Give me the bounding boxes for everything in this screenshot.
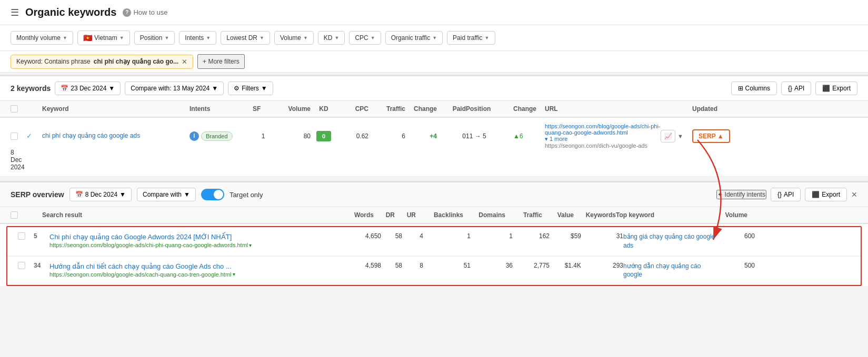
caret-icon: ▼: [164, 35, 169, 40]
url-more-link[interactable]: ▾ 1 more: [545, 136, 567, 142]
caret-icon: ▼: [261, 85, 267, 92]
serp-overview-title: SERP overview: [11, 190, 64, 199]
organic-traffic-filter[interactable]: Organic traffic ▼: [385, 31, 443, 45]
caret-icon: ▼: [119, 35, 124, 40]
kd-badge: 0: [316, 131, 331, 141]
traffic-col-header: Traffic: [368, 105, 405, 113]
serp-result-url[interactable]: https://seongon.com/blog/google-ads/cach…: [49, 271, 344, 278]
position-to: 5: [483, 132, 486, 140]
serp-export-button[interactable]: ⬛ Export: [805, 188, 847, 201]
serp-toolbar-right: ✦ Identify intents {} API ⬛ Export ✕: [716, 188, 857, 201]
serp-cell: SERP ▲: [692, 129, 755, 143]
serp-button[interactable]: SERP ▲: [692, 129, 730, 143]
main-toolbar: 2 keywords 📅 23 Dec 2024 ▼ Compare with:…: [0, 75, 868, 101]
how-to-use-link[interactable]: ? How to use: [123, 8, 167, 17]
select-all-checkbox[interactable]: [11, 105, 26, 113]
serp-overview-section: SERP overview 📅 8 Dec 2024 ▼ Compare wit…: [0, 181, 868, 286]
serp-backlinks-col: Backlinks: [416, 211, 463, 219]
position-col-header: Position: [466, 105, 513, 113]
target-only-label: Target only: [230, 191, 263, 199]
caret-down-icon[interactable]: ▼: [677, 133, 683, 139]
kd-filter[interactable]: KD ▼: [318, 31, 345, 45]
serp-date-button[interactable]: 📅 8 Dec 2024 ▼: [69, 188, 132, 201]
remove-filter-button[interactable]: ✕: [182, 58, 187, 66]
serp-top-keyword-col: Top keyword: [616, 211, 711, 219]
caret-icon: ▼: [335, 35, 340, 40]
serp-volume: 600: [718, 232, 755, 240]
cpc-col-header: CPC: [337, 105, 368, 113]
caret-icon: ▼: [206, 35, 211, 40]
help-icon: ?: [123, 8, 131, 17]
change-pos-col-header: Change: [513, 105, 545, 113]
pos-change-cell: ▲6: [513, 132, 545, 140]
keyword-link[interactable]: chi phí chạy quảng cáo google ads: [42, 132, 140, 139]
serp-domains-col: Domains: [463, 211, 505, 219]
row-checkbox[interactable]: [11, 132, 26, 140]
url-secondary: https://seongon.com/dich-vu/google-ads: [545, 142, 647, 149]
caret-icon: ▼: [212, 85, 218, 92]
monthly-volume-filter[interactable]: Monthly volume ▼: [11, 31, 73, 45]
position-filter[interactable]: Position ▼: [134, 31, 175, 45]
trend-button[interactable]: 📈: [661, 130, 675, 142]
export-button[interactable]: ⬛ Export: [815, 81, 857, 95]
serp-dr-col: DR: [374, 211, 395, 219]
serp-dr: 58: [381, 232, 402, 240]
keyword-col-header: Keyword: [42, 105, 189, 113]
updated-col-header: Updated: [692, 105, 755, 113]
serp-result-url[interactable]: https://seongon.com/blog/google-ads/chi-…: [49, 242, 344, 248]
serp-traffic: 2,775: [513, 262, 550, 269]
paid-traffic-filter[interactable]: Paid traffic ▼: [447, 31, 495, 45]
caret-icon: ▼: [260, 35, 264, 40]
serp-volume: 500: [718, 262, 755, 269]
top-keyword-link[interactable]: hướng dẫn chạy quảng cáo google: [623, 262, 701, 279]
url-main-link[interactable]: https://seongon.com/blog/google-ads/chi-…: [545, 123, 661, 136]
toggle-thumb: [214, 190, 223, 199]
caret-icon: ▼: [485, 35, 490, 40]
volume-cell: 80: [274, 132, 311, 140]
serp-row-checkbox[interactable]: [18, 262, 34, 269]
serp-result-cell: Hướng dẫn chi tiết cách chạy quảng cáo G…: [49, 262, 344, 278]
url-caret-icon: ▾: [249, 242, 252, 248]
top-keyword-link[interactable]: bảng giá chạy quảng cáo google ads: [623, 233, 715, 249]
volume-filter[interactable]: Volume ▼: [274, 31, 314, 45]
kd-col-header: KD: [311, 105, 337, 113]
serp-row-checkbox[interactable]: [18, 232, 34, 240]
cpc-filter[interactable]: CPC ▼: [349, 31, 381, 45]
columns-button[interactable]: ⊞ Columns: [731, 81, 777, 95]
intents-filter[interactable]: Intents ▼: [179, 31, 216, 45]
compare-date-button[interactable]: Compare with: 13 May 2024 ▼: [125, 81, 224, 95]
target-only-toggle[interactable]: [201, 189, 224, 200]
caret-icon: ▼: [432, 35, 437, 40]
table-filters-button[interactable]: ⚙ Filters ▼: [228, 81, 273, 95]
api-button[interactable]: {} API: [781, 81, 811, 95]
caret-icon: ▼: [371, 35, 375, 40]
intents-cell: I Branded: [189, 131, 253, 141]
volume-col-header: Volume: [274, 105, 311, 113]
calendar-icon: 📅: [75, 191, 83, 198]
serp-compare-button[interactable]: Compare with ▼: [137, 188, 196, 201]
vietnam-filter[interactable]: 🇻🇳 Vietnam ▼: [77, 30, 130, 45]
serp-result-title[interactable]: Chi phí chạy quảng cáo Google Adwords 20…: [49, 233, 232, 241]
serp-close-button[interactable]: ✕: [851, 190, 857, 199]
serp-words-col: Words: [337, 211, 374, 219]
traffic-cell: 6: [368, 132, 405, 140]
caret-icon: ▼: [184, 191, 190, 198]
serp-traffic: 162: [513, 232, 550, 240]
more-filters-button[interactable]: + More filters: [197, 54, 245, 69]
api-icon: {}: [788, 85, 792, 92]
menu-icon[interactable]: ☰: [11, 7, 19, 18]
kd-cell: 0: [311, 131, 337, 141]
serp-ur-col: UR: [395, 211, 416, 219]
identify-intents-button[interactable]: ✦ Identify intents: [716, 190, 766, 199]
actions-cell: 📈 ▼: [661, 130, 692, 142]
serp-select-all[interactable]: [11, 211, 26, 219]
serp-result-cell: Chi phí chạy quảng cáo Google Adwords 20…: [49, 232, 344, 248]
serp-result-title[interactable]: Hướng dẫn chi tiết cách chạy quảng cáo G…: [49, 262, 232, 270]
paid-cell: 0: [437, 132, 466, 140]
lowest-dr-filter[interactable]: Lowest DR ▼: [221, 31, 270, 45]
serp-value: $59: [550, 232, 581, 240]
serp-api-button[interactable]: {} API: [771, 188, 801, 201]
date-picker-button[interactable]: 📅 23 Dec 2024 ▼: [55, 81, 121, 95]
page-title: Organic keywords: [25, 6, 116, 18]
export-icon: ⬛: [822, 85, 830, 92]
